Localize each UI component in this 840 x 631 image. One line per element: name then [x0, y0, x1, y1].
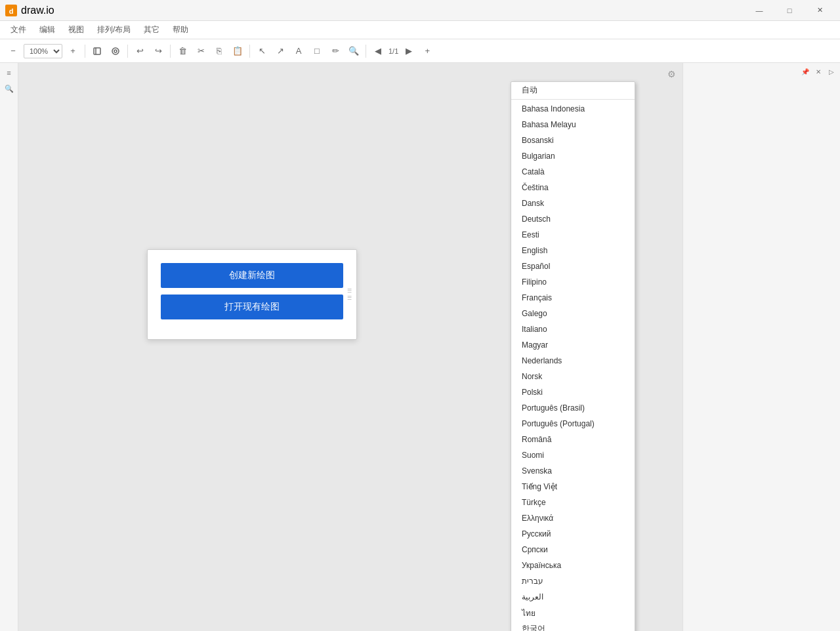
lang-item--e-tina[interactable]: Čeština — [511, 180, 635, 195]
main-area: ≡ 🔍 ⚙ 创建新绘图 打开现有绘图 ☰ ☰ 自动Bahasa Indonesi… — [0, 63, 840, 631]
copy-button[interactable]: ⎘ — [211, 43, 227, 59]
lang-item-bosanski[interactable]: Bosanski — [511, 132, 635, 148]
lang-item-t-rk-e[interactable]: Türkçe — [511, 495, 635, 510]
sidebar-toggle-button[interactable]: ≡ — [2, 66, 16, 80]
open-existing-button[interactable]: 打开现有绘图 — [161, 295, 343, 319]
search-shapes-button[interactable]: 🔍 — [346, 43, 362, 59]
lang-item-eesti[interactable]: Eesti — [511, 227, 635, 243]
lang-item-suomi[interactable]: Suomi — [511, 447, 635, 463]
freehand-tool[interactable]: ✏ — [327, 43, 343, 59]
cut-button[interactable]: ✂ — [193, 43, 209, 59]
lang-label: 自动 — [522, 85, 537, 96]
menu-view[interactable]: 视图 — [63, 23, 89, 37]
lang-label: English — [522, 246, 547, 255]
lang-item-polski[interactable]: Polski — [511, 384, 635, 400]
lang-item-------[interactable]: Српски — [511, 542, 635, 558]
reset-view-button[interactable] — [108, 43, 123, 59]
delete-button[interactable]: 🗑 — [175, 43, 190, 59]
lang-item---[interactable]: 自动 — [511, 82, 635, 98]
lang-label: Eesti — [522, 230, 539, 239]
lang-item-italiano[interactable]: Italiano — [511, 321, 635, 337]
lang-item-nederlands[interactable]: Nederlands — [511, 353, 635, 369]
lang-item----[interactable]: 한국어 — [511, 621, 635, 631]
fit-page-button[interactable] — [89, 43, 105, 59]
lang-label: עברית — [522, 577, 543, 586]
sidebar-search-button[interactable]: 🔍 — [2, 81, 16, 96]
language-dropdown: 自动Bahasa IndonesiaBahasa MelayuBosanskiB… — [511, 81, 635, 631]
lang-item-filipino[interactable]: Filipino — [511, 274, 635, 290]
lang-label: Bosanski — [522, 136, 554, 145]
lang-item-rom-n-[interactable]: Română — [511, 432, 635, 447]
toolbar-divider-3 — [170, 45, 171, 58]
svg-text:d: d — [9, 7, 14, 15]
panel-pin-icon[interactable]: 📌 — [799, 66, 811, 77]
maximize-button[interactable]: □ — [774, 0, 805, 21]
menu-file[interactable]: 文件 — [5, 23, 32, 37]
scroll-hint: ☰ ☰ — [347, 288, 352, 301]
svg-rect-2 — [94, 48, 100, 54]
next-page-button[interactable]: ▶ — [401, 43, 417, 59]
zoom-in-button[interactable]: + — [65, 43, 81, 59]
lang-label: Español — [522, 262, 550, 271]
menu-arrange[interactable]: 排列/布局 — [92, 23, 136, 37]
lang-item-portugu-s--brasil-[interactable]: Português (Brasil) — [511, 400, 635, 416]
lang-item----[interactable]: ไทย — [511, 605, 635, 621]
lang-item-svenska[interactable]: Svenska — [511, 463, 635, 479]
lang-item------[interactable]: עברית — [511, 573, 635, 589]
menu-edit[interactable]: 编辑 — [34, 23, 60, 37]
shape-tool[interactable]: □ — [309, 43, 325, 59]
menu-other[interactable]: 其它 — [138, 23, 165, 37]
lang-item-portugu-s--portugal-[interactable]: Português (Portugal) — [511, 416, 635, 432]
lang-item---------[interactable]: Ελληνικά — [511, 510, 635, 526]
lang-item-deutsch[interactable]: Deutsch — [511, 211, 635, 227]
toolbar-divider-2 — [127, 45, 128, 58]
connect-tool[interactable]: ↗ — [272, 43, 288, 59]
canvas-area[interactable]: ⚙ 创建新绘图 打开现有绘图 ☰ ☰ 自动Bahasa IndonesiaBah… — [18, 63, 682, 631]
zoom-out-button[interactable]: − — [5, 43, 21, 59]
lang-item-dansk[interactable]: Dansk — [511, 195, 635, 211]
lang-label: Русский — [522, 529, 551, 539]
close-button[interactable]: ✕ — [805, 0, 835, 21]
lang-item-----------[interactable]: Українська — [511, 558, 635, 573]
panel-expand-icon[interactable]: ▷ — [826, 66, 837, 77]
text-tool[interactable]: A — [291, 43, 306, 59]
window-controls: — □ ✕ — [744, 0, 835, 21]
lang-label: Tiếng Việt — [522, 482, 557, 491]
lang-item-fran-ais[interactable]: Français — [511, 290, 635, 306]
lang-label: Română — [522, 435, 551, 444]
lang-label: Čeština — [522, 183, 549, 192]
lang-item-ti-ng-vi-t[interactable]: Tiếng Việt — [511, 479, 635, 495]
create-new-button[interactable]: 创建新绘图 — [161, 263, 343, 288]
select-tool[interactable]: ↖ — [254, 43, 270, 59]
add-page-button[interactable]: + — [419, 43, 435, 59]
undo-button[interactable]: ↩ — [132, 43, 148, 59]
lang-item-catal-[interactable]: Català — [511, 164, 635, 180]
paste-button[interactable]: 📋 — [230, 43, 245, 59]
lang-item-magyar[interactable]: Magyar — [511, 337, 635, 353]
menu-help[interactable]: 帮助 — [167, 23, 194, 37]
lang-item-bulgarian[interactable]: Bulgarian — [511, 148, 635, 164]
lang-item-galego[interactable]: Galego — [511, 306, 635, 321]
redo-button[interactable]: ↪ — [150, 43, 166, 59]
lang-divider — [511, 99, 635, 100]
lang-item--------[interactable]: Русский — [511, 526, 635, 542]
lang-label: Türkçe — [522, 498, 546, 507]
zoom-select[interactable]: 100% 75% 50% 150% 200% — [24, 44, 62, 58]
lang-item-english[interactable]: English — [511, 243, 635, 258]
toolbar-divider-5 — [366, 45, 366, 58]
prev-page-button[interactable]: ◀ — [370, 43, 386, 59]
lang-item--------[interactable]: العربية — [511, 589, 635, 605]
settings-icon[interactable]: ⚙ — [664, 67, 679, 81]
lang-label: Suomi — [522, 451, 544, 460]
app-title: draw.io — [21, 5, 54, 16]
minimize-button[interactable]: — — [744, 0, 774, 21]
lang-label: Nederlands — [522, 356, 562, 365]
lang-item-bahasa-melayu[interactable]: Bahasa Melayu — [511, 117, 635, 132]
lang-label: Português (Brasil) — [522, 403, 585, 413]
toolbar: − 100% 75% 50% 150% 200% + ↩ ↪ 🗑 ✂ ⎘ 📋 ↖… — [0, 39, 840, 63]
lang-label: Српски — [522, 545, 548, 554]
lang-item-espa-ol[interactable]: Español — [511, 258, 635, 274]
lang-item-norsk[interactable]: Norsk — [511, 369, 635, 384]
lang-item-bahasa-indonesia[interactable]: Bahasa Indonesia — [511, 101, 635, 117]
panel-close-icon[interactable]: ✕ — [812, 66, 824, 77]
